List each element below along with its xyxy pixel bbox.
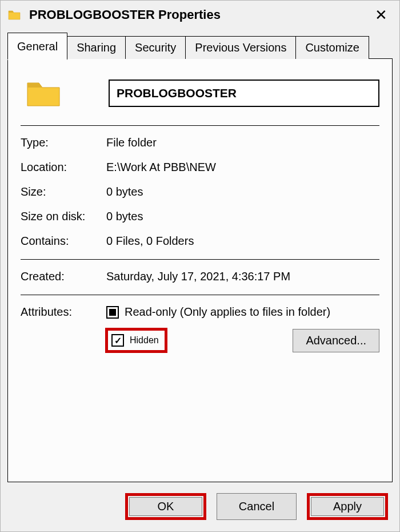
separator [21,125,379,126]
folder-icon [7,8,21,22]
row-location: Location: E:\Work At PBB\NEW [21,161,379,174]
ok-button[interactable]: OK [129,497,202,516]
titlebar: PROBLOGBOOSTER Properties ✕ [1,1,399,28]
row-size: Size: 0 bytes [21,185,379,198]
readonly-checkbox[interactable] [106,306,119,319]
row-attributes: Attributes: Read-only (Only applies to f… [21,305,379,324]
row-type: Type: File folder [21,136,379,149]
window-title: PROBLOGBOOSTER Properties [29,7,370,22]
apply-button[interactable]: Apply [311,497,384,516]
sizeondisk-value: 0 bytes [106,210,379,223]
readonly-row: Read-only (Only applies to files in fold… [106,305,379,319]
attributes-options: Read-only (Only applies to files in fold… [106,305,379,324]
properties-dialog: PROBLOGBOOSTER Properties ✕ General Shar… [0,0,400,532]
hidden-label: Hidden [130,335,159,346]
tab-sharing[interactable]: Sharing [67,36,126,59]
folder-name-row [21,75,379,112]
row-size-on-disk: Size on disk: 0 bytes [21,210,379,223]
tab-customize[interactable]: Customize [295,36,369,59]
tab-security[interactable]: Security [125,36,186,59]
advanced-button[interactable]: Advanced... [293,329,379,352]
hidden-row: Hidden Advanced... [105,328,379,353]
hidden-highlight: Hidden [105,328,167,353]
folder-name-input[interactable] [109,80,379,107]
row-created: Created: Saturday, July 17, 2021, 4:36:1… [21,270,379,283]
close-icon[interactable]: ✕ [370,6,393,23]
tab-panel-general: Type: File folder Location: E:\Work At P… [7,58,393,482]
tab-strip: General Sharing Security Previous Versio… [7,33,393,59]
tab-general[interactable]: General [7,33,67,60]
contains-label: Contains: [21,235,106,248]
content-area: General Sharing Security Previous Versio… [1,28,399,483]
tab-previous-versions[interactable]: Previous Versions [185,36,296,59]
type-label: Type: [21,136,106,149]
dialog-footer: OK Cancel Apply [1,483,399,531]
apply-highlight: Apply [307,493,388,520]
cancel-button[interactable]: Cancel [217,493,297,520]
ok-highlight: OK [125,493,206,520]
created-value: Saturday, July 17, 2021, 4:36:17 PM [106,270,379,283]
size-label: Size: [21,185,106,198]
created-label: Created: [21,270,106,283]
location-label: Location: [21,161,106,174]
row-contains: Contains: 0 Files, 0 Folders [21,235,379,248]
separator [21,259,379,260]
location-value: E:\Work At PBB\NEW [106,161,379,174]
size-value: 0 bytes [106,185,379,198]
readonly-label: Read-only (Only applies to files in fold… [125,305,330,319]
separator [21,295,379,295]
attributes-label: Attributes: [21,305,106,324]
folder-large-icon [25,75,62,112]
contains-value: 0 Files, 0 Folders [106,235,379,248]
type-value: File folder [106,136,379,149]
hidden-checkbox[interactable] [111,334,124,347]
sizeondisk-label: Size on disk: [21,210,106,223]
